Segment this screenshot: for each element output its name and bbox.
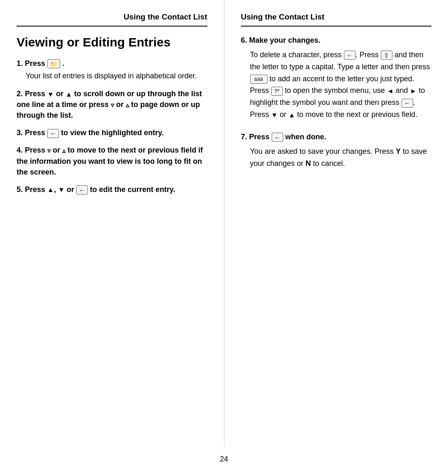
- step-1-label: 1. Press 📁 .: [17, 59, 64, 68]
- step-4: 4. Press ▿ or ▵ to move to the next or p…: [17, 145, 207, 177]
- left-header: Using the Contact List: [17, 12, 207, 22]
- step-7-body: You are asked to save your changes. Pres…: [250, 146, 432, 170]
- step-3: 3. Press ← to view the highlighted entry…: [17, 127, 207, 138]
- accent-key: àäâ: [250, 75, 268, 84]
- step-6: 6. Make your changes. To delete a charac…: [241, 35, 432, 121]
- enter-key-step3: ←: [47, 129, 59, 138]
- step-5-label: 5. Press ▲, ▼ or ← to edit the current e…: [17, 185, 175, 194]
- down-arrow2-icon: ▼: [58, 185, 65, 194]
- folder-key-icon: 📁: [47, 59, 60, 68]
- step-7-label: 7. Press ← when done.: [241, 131, 432, 142]
- step-7: 7. Press ← when done. You are asked to s…: [241, 131, 432, 170]
- step-4-label: 4. Press ▿ or ▵ to move to the next or p…: [17, 146, 203, 176]
- right-divider: [241, 26, 432, 27]
- up-arrow3-icon: ▲: [288, 110, 295, 121]
- step-5: 5. Press ▲, ▼ or ← to edit the current e…: [17, 184, 207, 195]
- page-down2-icon: ▿: [47, 146, 51, 155]
- step-2: 2. Press ▼ or ▲ to scroll down or up thr…: [17, 88, 207, 121]
- left-arrow-icon: ◄: [387, 86, 394, 97]
- step-6-label: 6. Make your changes.: [241, 35, 432, 46]
- step-2-label: 2. Press ▼ or ▲ to scroll down or up thr…: [17, 90, 202, 119]
- page-number: 24: [0, 447, 448, 476]
- left-divider: [17, 26, 207, 27]
- page-up2-icon: ▵: [62, 146, 66, 155]
- down-arrow3-icon: ▼: [271, 110, 278, 121]
- page-down-icon: ▿: [111, 100, 114, 110]
- backspace-key: ←: [344, 51, 355, 60]
- step-1: 1. Press 📁 . Your list of entries is dis…: [17, 58, 207, 82]
- up-arrow2-icon: ▲: [47, 185, 54, 194]
- page-up-icon: ▵: [126, 100, 129, 110]
- down-arrow-icon: ▼: [47, 90, 54, 99]
- enter-key-step7: ←: [272, 133, 283, 142]
- up-arrow-icon: ▲: [66, 90, 72, 99]
- right-arrow-icon: ►: [410, 86, 417, 97]
- shift-key: ⇧: [381, 51, 392, 60]
- enter-key-step6: ←: [402, 99, 413, 108]
- right-header: Using the Contact List: [241, 12, 432, 22]
- section-title: Viewing or Editing Entries: [17, 35, 207, 50]
- step-3-label: 3. Press ← to view the highlighted entry…: [17, 129, 164, 137]
- step-6-body: To delete a character, press ←. Press ⇧ …: [250, 49, 432, 121]
- symbol-key: ?*: [271, 87, 283, 96]
- enter-key-step5: ←: [76, 185, 88, 194]
- step-1-body: Your list of entries is displayed in alp…: [26, 70, 207, 82]
